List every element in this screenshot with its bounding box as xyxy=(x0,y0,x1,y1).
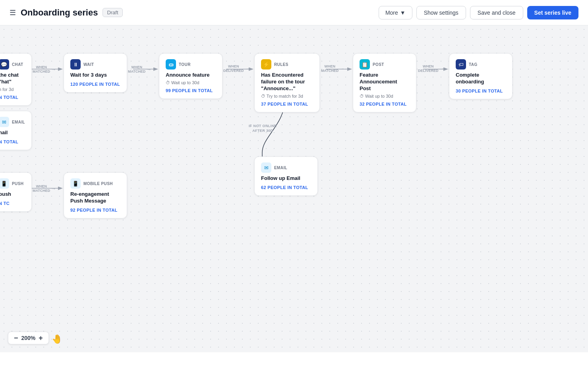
chevron-down-icon: ▼ xyxy=(400,10,406,16)
zoom-in-button[interactable]: + xyxy=(39,334,43,342)
node-tour-meta: ⏱ Wait up to 30d xyxy=(166,80,216,85)
node-tour-count: 99 PEOPLE IN TOTAL xyxy=(166,88,216,93)
node-tag-type: TAG xyxy=(469,62,478,67)
people-count: N TOTAL xyxy=(0,95,25,100)
more-button[interactable]: More ▼ xyxy=(379,6,412,19)
draft-badge: Draft xyxy=(103,8,122,17)
connector-when-delivered-2: WHENDELIVERED → xyxy=(418,64,445,73)
node-email-partial-title: nail xyxy=(0,129,25,136)
node-post-count: 32 PEOPLE IN TOTAL xyxy=(360,102,410,106)
node-post-meta: ⏱ Wait up to 30d xyxy=(360,94,410,98)
node-meta: h for 3d xyxy=(0,87,25,92)
node-email-title: Follow up Email xyxy=(261,175,311,182)
node-rules-count: 37 PEOPLE IN TOTAL xyxy=(261,102,313,106)
connector-when-matched-2: WHENMATCHED → xyxy=(128,65,151,74)
node-tag[interactable]: 🏷 TAG Complete onboarding 30 PEOPLE IN T… xyxy=(449,53,513,99)
connector-when-matched-3: WHENMATCHED → xyxy=(321,64,344,73)
canvas-area: 💬 CHAT the chat "hat" h for 3d N TOTAL W… xyxy=(0,25,588,352)
tour-icon: 🎟 xyxy=(166,59,176,70)
node-email-partial[interactable]: ✉ EMAIL nail N TOTAL xyxy=(0,111,32,150)
node-wait-title: Wait for 3 days xyxy=(70,72,120,79)
node-tag-count: 30 PEOPLE IN TOTAL xyxy=(456,89,506,93)
zoom-out-button[interactable]: − xyxy=(14,334,18,342)
node-rules-meta: ⏱ Try to match for 3d xyxy=(261,94,313,98)
rules-icon: ⚡ xyxy=(261,59,271,70)
node-push-partial-title: push xyxy=(0,191,25,198)
hamburger-icon[interactable]: ☰ xyxy=(10,8,16,17)
zoom-level: 200% xyxy=(21,335,36,341)
node-mobile-push-count: 92 PEOPLE IN TOTAL xyxy=(70,208,120,212)
node-header: 💬 CHAT xyxy=(0,59,25,70)
wait-icon: ⏸ xyxy=(70,59,81,70)
header-left: ☰ Onboarding series Draft xyxy=(10,8,379,18)
set-live-button[interactable]: Set series live xyxy=(527,6,578,19)
header-right: More ▼ Show settings Save and close Set … xyxy=(379,6,578,19)
node-mobile-push-header: 📱 MOBILE PUSH xyxy=(70,178,120,189)
node-mobile-push-type: MOBILE PUSH xyxy=(83,182,113,186)
connector-if-not-online: IF NOT ONLINEAFTER 30D xyxy=(249,124,277,133)
node-rules-header: ⚡ RULES xyxy=(261,59,313,70)
node-email-type: EMAIL xyxy=(274,166,287,170)
mobile-push-icon: 📱 xyxy=(70,178,81,189)
push-partial-icon: 📱 xyxy=(0,178,9,189)
node-tour[interactable]: 🎟 TOUR Announce feature ⏱ Wait up to 30d… xyxy=(159,53,222,99)
node-post-title: Feature Announcement Post xyxy=(360,72,410,92)
node-push-partial-header: 📱 PUSH xyxy=(0,178,25,189)
node-email-header: ✉ EMAIL xyxy=(261,162,311,173)
node-post-header: 📋 POST xyxy=(360,59,410,70)
chat-icon: 💬 xyxy=(0,59,9,70)
connector-when-delivered-1: WHENDELIVERED → xyxy=(223,64,250,73)
node-wait-count: 120 PEOPLE IN TOTAL xyxy=(70,82,120,87)
connector-when-matched-1: WHENMATCHED → xyxy=(33,65,56,74)
node-type: CHAT xyxy=(12,62,23,67)
node-tag-title: Complete onboarding xyxy=(456,72,506,85)
connector-when-matched-4: WHENMATCHED → xyxy=(33,184,56,193)
email-partial-icon: ✉ xyxy=(0,117,9,127)
node-email-partial-count: N TOTAL xyxy=(0,139,25,144)
node-tour-title: Announce feature xyxy=(166,72,216,79)
node-rules-title: Has Encountered failure on the tour "Ann… xyxy=(261,72,313,92)
hand-cursor-icon[interactable]: 🤚 xyxy=(52,334,62,344)
email-icon: ✉ xyxy=(261,162,271,173)
header: ☰ Onboarding series Draft More ▼ Show se… xyxy=(0,0,588,25)
node-post-type: POST xyxy=(373,62,384,67)
tag-icon: 🏷 xyxy=(456,59,466,70)
node-wait[interactable]: ⏸ WAIT Wait for 3 days 120 PEOPLE IN TOT… xyxy=(64,53,127,93)
save-close-button[interactable]: Save and close xyxy=(470,6,523,19)
node-push-partial-type: PUSH xyxy=(12,182,23,186)
node-email-partial-type: EMAIL xyxy=(12,120,25,124)
node-post[interactable]: 📋 POST Feature Announcement Post ⏱ Wait … xyxy=(353,53,416,112)
node-mobile-push-title: Re-engagement Push Message xyxy=(70,191,120,205)
show-settings-button[interactable]: Show settings xyxy=(416,6,466,19)
node-tour-type: TOUR xyxy=(179,62,191,67)
post-icon: 📋 xyxy=(360,59,370,70)
node-rules[interactable]: ⚡ RULES Has Encountered failure on the t… xyxy=(254,53,320,112)
node-tour-header: 🎟 TOUR xyxy=(166,59,216,70)
zoom-controls: − 200% + xyxy=(8,332,49,344)
node-mobile-push[interactable]: 📱 MOBILE PUSH Re-engagement Push Message… xyxy=(64,172,127,218)
node-tag-header: 🏷 TAG xyxy=(456,59,506,70)
page-title: Onboarding series xyxy=(21,8,98,18)
node-push-partial[interactable]: 📱 PUSH push N TC xyxy=(0,172,32,212)
node-email-count: 62 PEOPLE IN TOTAL xyxy=(261,185,311,190)
node-wait-header: ⏸ WAIT xyxy=(70,59,120,70)
node-email-partial-header: ✉ EMAIL xyxy=(0,117,25,127)
node-wait-type: WAIT xyxy=(83,62,94,67)
node-email[interactable]: ✉ EMAIL Follow up Email 62 PEOPLE IN TOT… xyxy=(254,156,318,196)
node-title: the chat "hat" xyxy=(0,72,25,85)
node-rules-type: RULES xyxy=(274,62,288,67)
node-chat-partial[interactable]: 💬 CHAT the chat "hat" h for 3d N TOTAL xyxy=(0,53,32,106)
node-push-partial-count: N TC xyxy=(0,201,25,206)
